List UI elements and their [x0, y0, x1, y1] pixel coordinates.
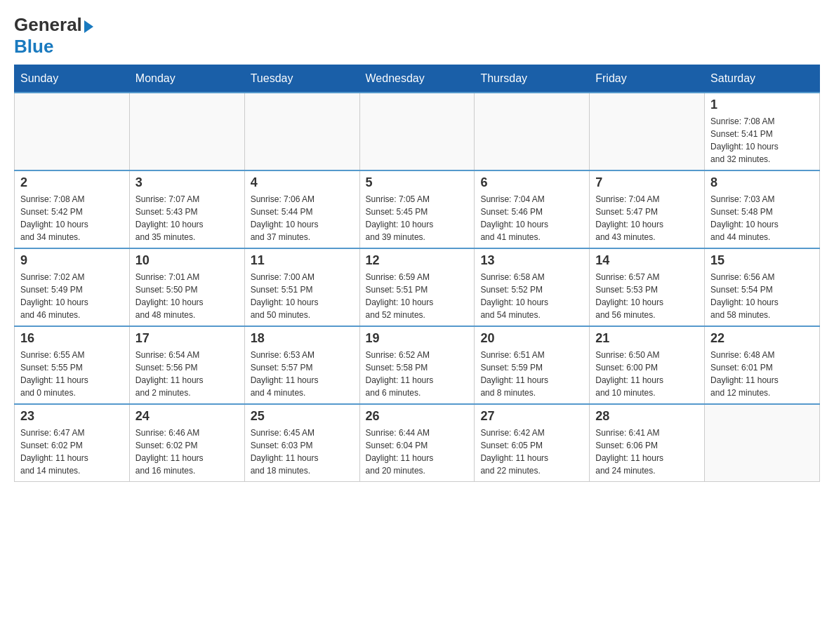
- day-number: 2: [20, 175, 124, 190]
- day-info: Sunrise: 6:58 AM Sunset: 5:52 PM Dayligh…: [480, 271, 583, 321]
- calendar-cell: 20Sunrise: 6:51 AM Sunset: 5:59 PM Dayli…: [475, 326, 590, 404]
- day-info: Sunrise: 7:05 AM Sunset: 5:45 PM Dayligh…: [366, 193, 469, 243]
- day-number: 3: [135, 175, 239, 190]
- day-number: 20: [480, 331, 583, 346]
- logo: General Blue: [14, 14, 93, 58]
- calendar-cell: 6Sunrise: 7:04 AM Sunset: 5:46 PM Daylig…: [475, 170, 590, 248]
- logo-arrow-icon: [84, 20, 93, 33]
- day-info: Sunrise: 6:50 AM Sunset: 6:00 PM Dayligh…: [595, 349, 699, 399]
- day-info: Sunrise: 7:03 AM Sunset: 5:48 PM Dayligh…: [710, 193, 814, 243]
- calendar-cell: 4Sunrise: 7:06 AM Sunset: 5:44 PM Daylig…: [244, 170, 359, 248]
- calendar-cell: [129, 93, 244, 170]
- day-number: 22: [710, 331, 814, 346]
- day-number: 10: [135, 253, 239, 268]
- calendar-cell: 2Sunrise: 7:08 AM Sunset: 5:42 PM Daylig…: [15, 170, 130, 248]
- calendar-cell: 23Sunrise: 6:47 AM Sunset: 6:02 PM Dayli…: [15, 404, 130, 482]
- day-number: 4: [251, 175, 354, 190]
- day-number: 5: [366, 175, 469, 190]
- calendar-cell: 7Sunrise: 7:04 AM Sunset: 5:47 PM Daylig…: [590, 170, 705, 248]
- day-number: 6: [480, 175, 583, 190]
- calendar-table: SundayMondayTuesdayWednesdayThursdayFrid…: [14, 65, 820, 482]
- calendar-cell: 18Sunrise: 6:53 AM Sunset: 5:57 PM Dayli…: [244, 326, 359, 404]
- day-number: 19: [366, 331, 469, 346]
- day-info: Sunrise: 6:53 AM Sunset: 5:57 PM Dayligh…: [251, 349, 354, 399]
- calendar-cell: [15, 93, 130, 170]
- day-number: 14: [595, 253, 699, 268]
- calendar-week-row: 1Sunrise: 7:08 AM Sunset: 5:41 PM Daylig…: [15, 93, 820, 170]
- calendar-cell: 10Sunrise: 7:01 AM Sunset: 5:50 PM Dayli…: [129, 248, 244, 326]
- day-number: 28: [595, 409, 699, 424]
- day-info: Sunrise: 6:46 AM Sunset: 6:02 PM Dayligh…: [135, 427, 239, 477]
- calendar-cell: [705, 404, 820, 482]
- calendar-week-row: 9Sunrise: 7:02 AM Sunset: 5:49 PM Daylig…: [15, 248, 820, 326]
- day-number: 8: [710, 175, 814, 190]
- day-info: Sunrise: 6:52 AM Sunset: 5:58 PM Dayligh…: [366, 349, 469, 399]
- day-info: Sunrise: 7:04 AM Sunset: 5:47 PM Dayligh…: [595, 193, 699, 243]
- calendar-week-row: 2Sunrise: 7:08 AM Sunset: 5:42 PM Daylig…: [15, 170, 820, 248]
- day-info: Sunrise: 7:00 AM Sunset: 5:51 PM Dayligh…: [251, 271, 354, 321]
- calendar-cell: 11Sunrise: 7:00 AM Sunset: 5:51 PM Dayli…: [244, 248, 359, 326]
- day-number: 16: [20, 331, 124, 346]
- calendar-cell: 19Sunrise: 6:52 AM Sunset: 5:58 PM Dayli…: [359, 326, 475, 404]
- day-info: Sunrise: 6:51 AM Sunset: 5:59 PM Dayligh…: [480, 349, 583, 399]
- logo-blue-text: Blue: [14, 36, 53, 58]
- day-number: 1: [710, 98, 814, 112]
- calendar-cell: 25Sunrise: 6:45 AM Sunset: 6:03 PM Dayli…: [244, 404, 359, 482]
- day-info: Sunrise: 7:06 AM Sunset: 5:44 PM Dayligh…: [251, 193, 354, 243]
- day-number: 15: [710, 253, 814, 268]
- day-number: 13: [480, 253, 583, 268]
- day-info: Sunrise: 7:07 AM Sunset: 5:43 PM Dayligh…: [135, 193, 239, 243]
- calendar-cell: 5Sunrise: 7:05 AM Sunset: 5:45 PM Daylig…: [359, 170, 475, 248]
- calendar-header-tuesday: Tuesday: [244, 65, 359, 93]
- calendar-cell: 16Sunrise: 6:55 AM Sunset: 5:55 PM Dayli…: [15, 326, 130, 404]
- calendar-cell: 27Sunrise: 6:42 AM Sunset: 6:05 PM Dayli…: [475, 404, 590, 482]
- day-number: 24: [135, 409, 239, 424]
- calendar-cell: 8Sunrise: 7:03 AM Sunset: 5:48 PM Daylig…: [705, 170, 820, 248]
- calendar-cell: 17Sunrise: 6:54 AM Sunset: 5:56 PM Dayli…: [129, 326, 244, 404]
- day-number: 27: [480, 409, 583, 424]
- day-info: Sunrise: 6:54 AM Sunset: 5:56 PM Dayligh…: [135, 349, 239, 399]
- day-info: Sunrise: 7:08 AM Sunset: 5:42 PM Dayligh…: [20, 193, 124, 243]
- day-number: 26: [366, 409, 469, 424]
- calendar-cell: 15Sunrise: 6:56 AM Sunset: 5:54 PM Dayli…: [705, 248, 820, 326]
- day-info: Sunrise: 6:45 AM Sunset: 6:03 PM Dayligh…: [251, 427, 354, 477]
- day-info: Sunrise: 7:04 AM Sunset: 5:46 PM Dayligh…: [480, 193, 583, 243]
- calendar-cell: 26Sunrise: 6:44 AM Sunset: 6:04 PM Dayli…: [359, 404, 475, 482]
- calendar-cell: [590, 93, 705, 170]
- logo-general-text: General: [14, 14, 82, 36]
- day-info: Sunrise: 6:57 AM Sunset: 5:53 PM Dayligh…: [595, 271, 699, 321]
- day-info: Sunrise: 7:08 AM Sunset: 5:41 PM Dayligh…: [710, 115, 814, 166]
- calendar-cell: 12Sunrise: 6:59 AM Sunset: 5:51 PM Dayli…: [359, 248, 475, 326]
- calendar-cell: 21Sunrise: 6:50 AM Sunset: 6:00 PM Dayli…: [590, 326, 705, 404]
- calendar-header-sunday: Sunday: [15, 65, 130, 93]
- calendar-week-row: 23Sunrise: 6:47 AM Sunset: 6:02 PM Dayli…: [15, 404, 820, 482]
- calendar-cell: [475, 93, 590, 170]
- day-number: 17: [135, 331, 239, 346]
- day-number: 23: [20, 409, 124, 424]
- calendar-cell: 28Sunrise: 6:41 AM Sunset: 6:06 PM Dayli…: [590, 404, 705, 482]
- calendar-cell: 3Sunrise: 7:07 AM Sunset: 5:43 PM Daylig…: [129, 170, 244, 248]
- page-header: General Blue: [14, 14, 820, 58]
- calendar-header-saturday: Saturday: [705, 65, 820, 93]
- calendar-header-monday: Monday: [129, 65, 244, 93]
- day-number: 11: [251, 253, 354, 268]
- calendar-cell: 13Sunrise: 6:58 AM Sunset: 5:52 PM Dayli…: [475, 248, 590, 326]
- calendar-header-wednesday: Wednesday: [359, 65, 475, 93]
- day-info: Sunrise: 6:59 AM Sunset: 5:51 PM Dayligh…: [366, 271, 469, 321]
- calendar-week-row: 16Sunrise: 6:55 AM Sunset: 5:55 PM Dayli…: [15, 326, 820, 404]
- day-info: Sunrise: 7:01 AM Sunset: 5:50 PM Dayligh…: [135, 271, 239, 321]
- day-info: Sunrise: 6:44 AM Sunset: 6:04 PM Dayligh…: [366, 427, 469, 477]
- day-info: Sunrise: 6:55 AM Sunset: 5:55 PM Dayligh…: [20, 349, 124, 399]
- calendar-cell: 24Sunrise: 6:46 AM Sunset: 6:02 PM Dayli…: [129, 404, 244, 482]
- day-number: 25: [251, 409, 354, 424]
- calendar-cell: 9Sunrise: 7:02 AM Sunset: 5:49 PM Daylig…: [15, 248, 130, 326]
- calendar-cell: 22Sunrise: 6:48 AM Sunset: 6:01 PM Dayli…: [705, 326, 820, 404]
- calendar-cell: 1Sunrise: 7:08 AM Sunset: 5:41 PM Daylig…: [705, 93, 820, 170]
- calendar-cell: 14Sunrise: 6:57 AM Sunset: 5:53 PM Dayli…: [590, 248, 705, 326]
- calendar-cell: [359, 93, 475, 170]
- day-info: Sunrise: 6:47 AM Sunset: 6:02 PM Dayligh…: [20, 427, 124, 477]
- day-info: Sunrise: 6:48 AM Sunset: 6:01 PM Dayligh…: [710, 349, 814, 399]
- day-number: 9: [20, 253, 124, 268]
- calendar-header-friday: Friday: [590, 65, 705, 93]
- day-number: 21: [595, 331, 699, 346]
